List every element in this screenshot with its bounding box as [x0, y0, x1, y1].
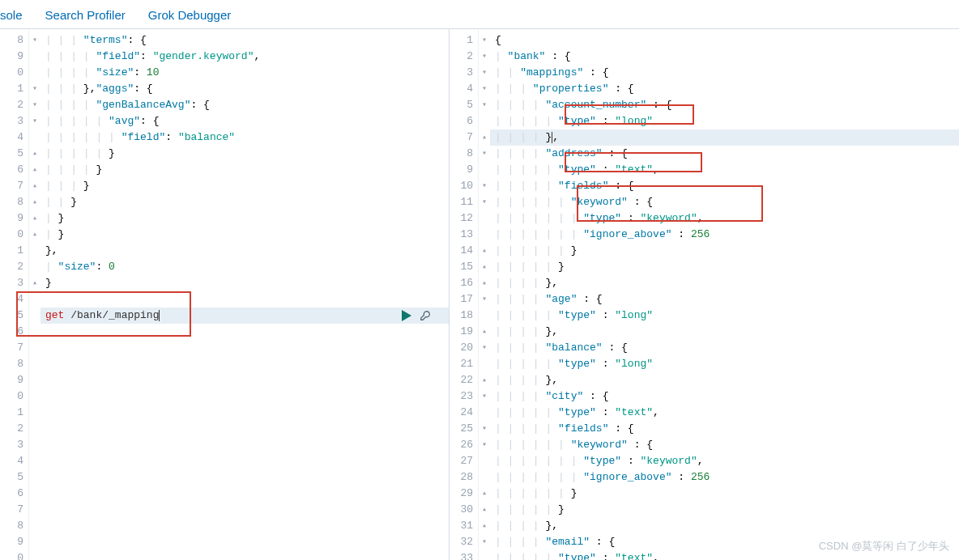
wrench-icon[interactable]	[420, 310, 431, 321]
request-editor[interactable]: | | | "terms": {| | | | "field": "gender…	[40, 29, 449, 560]
line-gutter: 1234567891011121314151617181920212223242…	[450, 29, 479, 560]
run-request-icon[interactable]	[402, 310, 411, 321]
watermark-text: CSDN @莫等闲 白了少年头	[819, 539, 949, 554]
split-panes: 890123456789012345678901234567890 ▾▾▾▾▴▴…	[0, 29, 959, 560]
request-editor-pane[interactable]: 890123456789012345678901234567890 ▾▾▾▾▴▴…	[0, 29, 450, 560]
response-pane[interactable]: 1234567891011121314151617181920212223242…	[450, 29, 959, 560]
tab-console[interactable]: sole	[0, 5, 23, 32]
tab-grok-debugger[interactable]: Grok Debugger	[148, 5, 232, 30]
tabs-bar: sole Search Profiler Grok Debugger	[0, 0, 959, 29]
tab-search-profiler[interactable]: Search Profiler	[45, 5, 126, 30]
line-gutter: 890123456789012345678901234567890	[0, 29, 29, 560]
response-viewer[interactable]: {| "bank" : {| | "mappings" : {| | | "pr…	[490, 29, 959, 560]
fold-gutter[interactable]: ▾▾▾▾▾▴▾▾▾▴▴▴▾▴▾▴▾▾▾▴▴▴▾	[479, 29, 490, 560]
fold-gutter[interactable]: ▾▾▾▾▴▴▴▴▴▴▴	[29, 29, 40, 560]
